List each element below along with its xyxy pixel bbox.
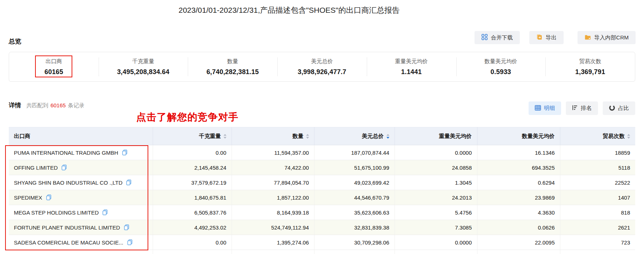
table-row[interactable]: FORTUNE PLANET INDUSTRIAL LIMITED 4,492,… <box>9 220 635 235</box>
tab-ranking-label: 排名 <box>581 105 592 112</box>
stat-usd-per-quantity: 数量美元均价 0.5933 <box>456 52 546 81</box>
table-row[interactable]: SPEDIMEX 1,840,675.81 1,857,122.00 44,54… <box>9 190 635 205</box>
exporter-name: OFFING LIMITED <box>14 165 58 171</box>
cell-usd-total: 44,546,670.79 <box>314 190 395 205</box>
cell-trade-count: 1407 <box>560 190 635 205</box>
merge-download-button[interactable]: 合并下载 <box>475 31 520 44</box>
cell-quantity: 1,857,122.00 <box>232 190 314 205</box>
exporter-name: PUMA INTERNATIONAL TRADING GMBH <box>14 150 118 156</box>
ranking-icon <box>572 105 578 112</box>
cell-usd-per-weight: 0.0000 <box>395 235 477 250</box>
column-header-usd-total[interactable]: 美元总价 <box>314 127 395 145</box>
tab-detail-label: 明细 <box>544 105 555 112</box>
cell-usd-per-weight: 24.0858 <box>395 160 477 175</box>
cell-usd-total: 35,623,606.63 <box>314 205 395 220</box>
export-label: 导出 <box>546 34 557 41</box>
column-header-usd-per-quantity: 数量美元均价 <box>477 127 560 145</box>
cell-weight-kg: 6,505,837.76 <box>153 205 232 220</box>
pie-icon <box>609 105 615 112</box>
table-row[interactable]: MEGA STEP HOLDINGS LIMITED 6,505,837.76 … <box>9 205 635 220</box>
cell-usd-total: 187,070,874.44 <box>314 145 395 160</box>
cell-trade-count: 5118 <box>560 160 635 175</box>
copy-icon[interactable] <box>102 209 108 215</box>
cell-trade-count: 18859 <box>560 145 635 160</box>
cell-quantity: 74,422.00 <box>232 160 314 175</box>
column-header-exporter: 出口商 <box>9 127 153 145</box>
cell-quantity: 11,594,357.00 <box>232 145 314 160</box>
cell-usd-per-quantity: 16.1346 <box>477 145 560 160</box>
table-row[interactable]: SADESA COMERCIAL DE MACAU SOCIE... 0.00 … <box>9 235 635 250</box>
overview-stats-card: 出口商 60165 千克重量 3,495,208,834.64 数量 6,740… <box>9 52 635 82</box>
cell-weight-kg: 1,840,675.81 <box>153 190 232 205</box>
column-header-trade-count[interactable]: 贸易次数 <box>560 127 635 145</box>
stat-usd-per-weight: 重量美元均价 1.1441 <box>367 52 456 81</box>
cell-usd-per-weight: 0.0000 <box>395 145 477 160</box>
cell-usd-per-quantity: 4.3630 <box>477 205 560 220</box>
cell-usd-per-weight: 1.3045 <box>395 175 477 190</box>
table-row[interactable]: OFFING LIMITED 2,145,458.24 74,422.00 51… <box>9 160 635 175</box>
sort-carets[interactable] <box>306 134 309 139</box>
merge-download-label: 合并下载 <box>491 34 513 41</box>
toolbar: 合并下载 导出 导入内部CRM <box>475 31 636 44</box>
cell-quantity: 8,164,939.18 <box>232 205 314 220</box>
cell-usd-per-quantity: 0.6294 <box>477 175 560 190</box>
overview-heading: 总览 <box>9 37 21 46</box>
sort-carets[interactable] <box>386 134 389 139</box>
cell-trade-count: 723 <box>560 235 635 250</box>
annotation-competitors-text: 点击了解您的竞争对手 <box>136 111 239 124</box>
cell-trade-count: 2621 <box>560 220 635 235</box>
cell-usd-total: 49,023,699.42 <box>314 175 395 190</box>
table-row[interactable]: SHYANG SHIN BAO INDUSTRIAL CO .,LTD 37,5… <box>9 175 635 190</box>
view-tabs: 明细 排名 占比 <box>529 101 635 115</box>
copy-icon[interactable] <box>46 195 52 200</box>
tab-ranking[interactable]: 排名 <box>566 101 598 115</box>
exporter-table: 出口商 千克重量 数量 美元总价 重量 <box>9 127 635 254</box>
cell-weight-kg: 37,579,672.19 <box>153 175 232 190</box>
cell-usd-per-weight: 24.2013 <box>395 190 477 205</box>
table-header-row: 出口商 千克重量 数量 美元总价 重量 <box>9 127 635 145</box>
cell-weight-kg: 0.00 <box>153 145 232 160</box>
stat-exporter: 出口商 60165 <box>9 52 99 81</box>
import-crm-button[interactable]: 导入内部CRM <box>578 31 636 44</box>
cell-usd-per-quantity: 694.3525 <box>477 160 560 175</box>
exporter-name: FORTUNE PLANET INDUSTRIAL LIMITED <box>14 224 120 231</box>
sort-carets[interactable] <box>627 134 630 139</box>
import-crm-label: 导入内部CRM <box>594 34 629 41</box>
table-row-partial <box>9 250 635 254</box>
tab-share[interactable]: 占比 <box>603 101 635 115</box>
column-header-usd-per-weight: 重量美元均价 <box>395 127 477 145</box>
copy-icon[interactable] <box>61 165 67 170</box>
cell-trade-count: 22522 <box>560 175 635 190</box>
cell-weight-kg: 4,492,253.02 <box>153 220 232 235</box>
copy-icon[interactable] <box>126 180 132 185</box>
cell-quantity: 1,395,274.06 <box>232 235 314 250</box>
stat-trade-count: 贸易次数 1,369,791 <box>545 52 635 81</box>
page-title: 2023/01/01-2023/12/31,产品描述包含"SHOES"的出口商汇… <box>0 5 611 15</box>
match-records-count: 60165 <box>50 102 66 108</box>
cell-usd-per-quantity: 23.9869 <box>477 190 560 205</box>
cell-weight-kg: 2,145,458.24 <box>153 160 232 175</box>
sort-carets[interactable] <box>224 134 226 139</box>
merge-download-icon <box>481 34 488 41</box>
stat-weight-kg: 千克重量 3,495,208,834.64 <box>99 52 188 81</box>
stat-usd-total: 美元总价 3,998,926,477.7 <box>277 52 367 81</box>
export-doc-icon <box>536 34 542 41</box>
export-button[interactable]: 导出 <box>529 31 564 44</box>
cell-trade-count: 818 <box>560 205 635 220</box>
cell-usd-per-weight: 7.3085 <box>395 220 477 235</box>
cell-usd-per-quantity: 0.0626 <box>477 220 560 235</box>
copy-icon[interactable] <box>127 239 133 245</box>
detail-header-bar: 详情 共匹配到 60165 条记录 <box>9 101 84 109</box>
column-header-weight-kg[interactable]: 千克重量 <box>153 127 232 145</box>
column-header-quantity[interactable]: 数量 <box>232 127 314 145</box>
cell-quantity: 524,749,112.94 <box>232 220 314 235</box>
stat-quantity: 数量 6,740,282,381.15 <box>188 52 277 81</box>
import-folder-icon <box>584 34 591 41</box>
table-row[interactable]: PUMA INTERNATIONAL TRADING GMBH 0.00 11,… <box>9 145 635 160</box>
table-grid-icon <box>535 105 541 112</box>
tab-detail[interactable]: 明细 <box>529 101 561 115</box>
copy-icon[interactable] <box>124 224 129 230</box>
copy-icon[interactable] <box>122 150 127 155</box>
exporter-name: SPEDIMEX <box>14 195 42 201</box>
exporter-name: SADESA COMERCIAL DE MACAU SOCIE... <box>14 239 123 246</box>
